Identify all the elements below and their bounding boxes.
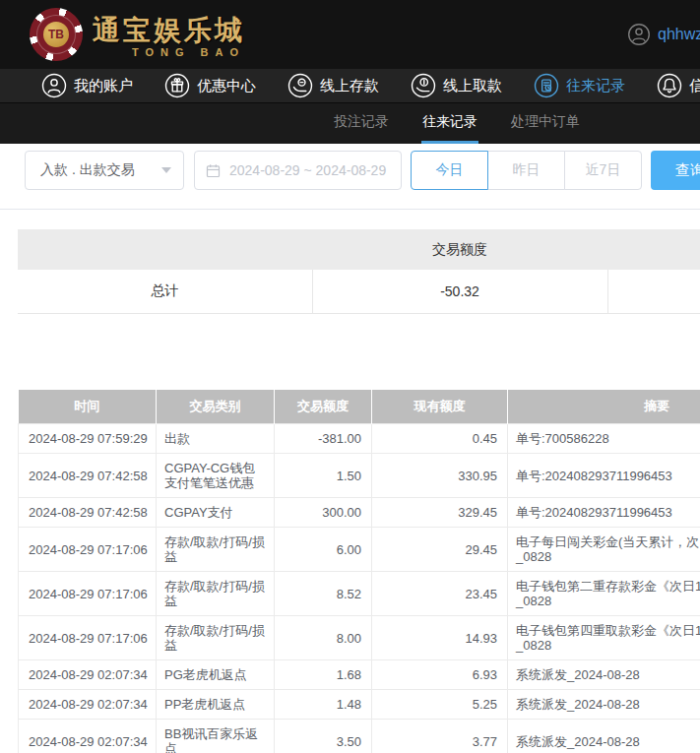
nav-item-deposit[interactable]: 线上存款 bbox=[287, 73, 379, 98]
cell-balance: 329.45 bbox=[372, 498, 508, 528]
cell-summary: 系统派发_2024-08-28 bbox=[508, 720, 700, 753]
cell-time: 2024-08-29 07:17:06 bbox=[19, 528, 157, 572]
tab-betting-records[interactable]: 投注记录 bbox=[333, 103, 390, 144]
transaction-type-select[interactable]: 入款 . 出款交易 bbox=[25, 151, 184, 190]
quick-date-button-group: 今日昨日近7日 bbox=[411, 151, 642, 190]
tab-transaction-records[interactable]: 往来记录 bbox=[421, 103, 478, 144]
cell-amount: 300.00 bbox=[275, 498, 372, 528]
nav-item-label: 我的账户 bbox=[74, 77, 133, 95]
cell-type: 出款 bbox=[157, 424, 275, 454]
cell-amount: 3.50 bbox=[275, 720, 372, 753]
cell-type: 存款/取款/打码/损益 bbox=[157, 528, 275, 572]
table-row: 2024-08-29 02:07:34BB视讯百家乐返点3.503.77系统派发… bbox=[19, 720, 700, 753]
logo-chip-text: TB bbox=[43, 22, 69, 47]
brand-text: 通宝娱乐城 TONG BAO bbox=[93, 12, 245, 58]
nav-item-records[interactable]: 往来记录 bbox=[534, 73, 625, 98]
nav-item-label: 线上取款 bbox=[443, 77, 502, 95]
search-button[interactable]: 查询 bbox=[651, 151, 700, 190]
cell-type: PG老虎机返点 bbox=[157, 660, 275, 690]
cell-time: 2024-08-29 02:07:34 bbox=[19, 660, 157, 690]
main-nav: 我的账户优惠中心线上存款线上取款往来记录信息 bbox=[0, 69, 700, 102]
nav-item-label: 优惠中心 bbox=[197, 77, 256, 95]
deposit-icon bbox=[287, 73, 313, 98]
transactions-table: 时间交易类别交易额度现有额度摘要 2024-08-29 07:59:29出款-3… bbox=[18, 390, 700, 753]
summary-total-label: 总计 bbox=[18, 270, 312, 313]
cell-type: PP老虎机返点 bbox=[157, 690, 275, 720]
table-row: 2024-08-29 07:59:29出款-381.000.45单号:70058… bbox=[19, 424, 700, 454]
column-header-1: 交易类别 bbox=[157, 390, 275, 424]
cell-balance: 29.45 bbox=[372, 528, 508, 572]
cell-amount: 8.52 bbox=[275, 572, 372, 616]
withdraw-icon bbox=[411, 73, 436, 98]
username[interactable]: qhhwz bbox=[658, 26, 700, 43]
table-row: 2024-08-29 02:07:34PP老虎机返点1.485.25系统派发_2… bbox=[19, 690, 700, 720]
summary-header-blank bbox=[18, 229, 312, 270]
cell-balance: 5.25 bbox=[372, 690, 508, 720]
logo-chip-icon: TB bbox=[30, 8, 83, 61]
tab-pending-orders[interactable]: 处理中订单 bbox=[510, 103, 581, 144]
calendar-icon bbox=[205, 162, 222, 179]
summary-total-row: 总计 -50.32 bbox=[18, 270, 700, 313]
quick-filter-yesterday[interactable]: 昨日 bbox=[487, 151, 565, 190]
cell-time: 2024-08-29 02:07:34 bbox=[19, 720, 157, 753]
cell-type: CGPAY-CG钱包支付笔笔送优惠 bbox=[157, 454, 275, 498]
cell-time: 2024-08-29 07:17:06 bbox=[19, 616, 157, 660]
summary-total-value: -50.32 bbox=[312, 270, 607, 313]
quick-filter-last7days[interactable]: 近7日 bbox=[564, 151, 642, 190]
bell-icon bbox=[657, 73, 682, 98]
summary-header-blank-2 bbox=[607, 229, 700, 270]
nav-item-messages[interactable]: 信息 bbox=[657, 73, 700, 98]
transaction-type-value: 入款 . 出款交易 bbox=[40, 161, 135, 179]
filter-bar: 入款 . 出款交易 2024-08-29 ~ 2024-08-29 今日昨日近7… bbox=[0, 144, 700, 209]
nav-item-my-account[interactable]: 我的账户 bbox=[41, 73, 133, 98]
cell-summary: 电子钱包第二重存款彩金《次日1 _0828 bbox=[508, 572, 700, 616]
nav-item-promotions[interactable]: 优惠中心 bbox=[164, 73, 256, 98]
column-header-4: 摘要 bbox=[508, 390, 700, 424]
cell-balance: 330.95 bbox=[372, 454, 508, 498]
cell-summary: 单号:202408293711996453 bbox=[508, 498, 700, 528]
cell-summary: 单号:700586228 bbox=[508, 424, 700, 454]
top-bar: TB 通宝娱乐城 TONG BAO qhhwz bbox=[0, 0, 700, 69]
cell-type: 存款/取款/打码/损益 bbox=[157, 572, 275, 616]
cell-summary: 电子钱包第四重取款彩金《次日1 _0828 bbox=[508, 616, 700, 660]
column-header-2: 交易额度 bbox=[275, 390, 372, 424]
cell-time: 2024-08-29 02:07:34 bbox=[19, 690, 157, 720]
brand-name-cn: 通宝娱乐城 bbox=[93, 12, 245, 49]
quick-filter-today[interactable]: 今日 bbox=[411, 151, 488, 190]
summary-header-amount: 交易额度 bbox=[312, 229, 607, 270]
column-header-0: 时间 bbox=[19, 390, 157, 424]
cell-balance: 14.93 bbox=[372, 616, 508, 660]
cell-type: BB视讯百家乐返点 bbox=[157, 720, 275, 753]
cell-amount: 8.00 bbox=[275, 616, 372, 660]
cell-summary: 电子每日闯关彩金(当天累计，次 _0828 bbox=[508, 528, 700, 572]
user-account-area[interactable]: qhhwz bbox=[627, 0, 700, 69]
cell-amount: -381.00 bbox=[275, 424, 372, 454]
date-range-value: 2024-08-29 ~ 2024-08-29 bbox=[229, 162, 386, 178]
cell-amount: 1.48 bbox=[275, 690, 372, 720]
nav-item-label: 线上存款 bbox=[320, 77, 379, 95]
table-row: 2024-08-29 07:42:58CGPAY-CG钱包支付笔笔送优惠1.50… bbox=[19, 454, 700, 498]
cell-time: 2024-08-29 07:17:06 bbox=[19, 572, 157, 616]
nav-item-label: 信息 bbox=[689, 77, 700, 95]
table-row: 2024-08-29 02:07:34PG老虎机返点1.686.93系统派发_2… bbox=[19, 660, 700, 690]
table-row: 2024-08-29 07:17:06存款/取款/打码/损益8.0014.93电… bbox=[19, 616, 700, 660]
summary-table: 交易额度 总计 -50.32 bbox=[18, 229, 700, 314]
section-divider bbox=[0, 209, 700, 210]
cell-type: 存款/取款/打码/损益 bbox=[157, 616, 275, 660]
cell-balance: 0.45 bbox=[372, 424, 508, 454]
sub-nav: 投注记录往来记录处理中订单 bbox=[0, 102, 700, 144]
cell-summary: 系统派发_2024-08-28 bbox=[508, 660, 700, 690]
cell-time: 2024-08-29 07:59:29 bbox=[19, 424, 157, 454]
records-icon bbox=[534, 73, 559, 98]
cell-summary: 单号:202408293711996453 bbox=[508, 454, 700, 498]
cell-amount: 1.50 bbox=[275, 454, 372, 498]
avatar-icon bbox=[627, 23, 651, 46]
cell-amount: 6.00 bbox=[275, 528, 372, 572]
nav-item-withdraw[interactable]: 线上取款 bbox=[411, 73, 502, 98]
site-logo[interactable]: TB 通宝娱乐城 TONG BAO bbox=[30, 8, 245, 61]
date-range-input[interactable]: 2024-08-29 ~ 2024-08-29 bbox=[194, 151, 402, 190]
summary-total-blank bbox=[607, 270, 700, 313]
nav-item-label: 往来记录 bbox=[566, 77, 625, 95]
table-row: 2024-08-29 07:17:06存款/取款/打码/损益8.5223.45电… bbox=[19, 572, 700, 616]
column-header-3: 现有额度 bbox=[372, 390, 508, 424]
